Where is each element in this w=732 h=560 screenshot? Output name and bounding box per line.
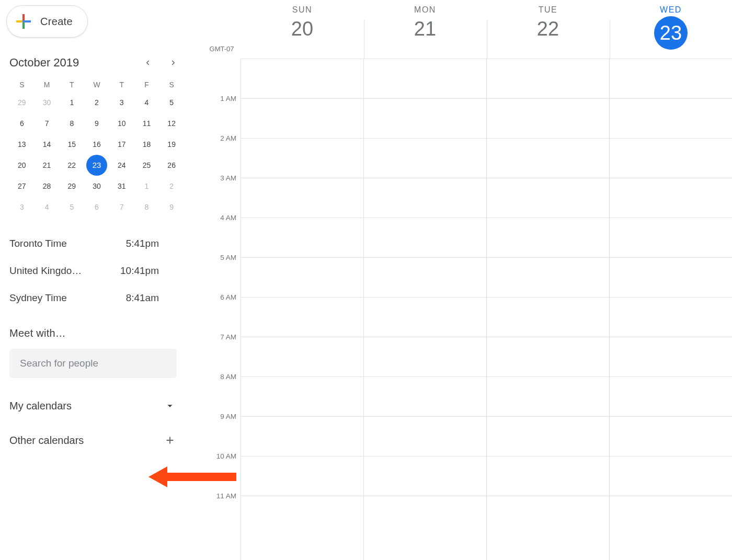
sidebar: Create October 2019 SMTWTFS2930123456789… xyxy=(0,0,193,447)
hour-row[interactable] xyxy=(241,59,732,98)
mini-day[interactable]: 5 xyxy=(164,95,179,110)
hour-row[interactable]: 1 AM xyxy=(241,98,732,138)
create-button[interactable]: Create xyxy=(6,5,88,38)
mini-day[interactable]: 3 xyxy=(115,95,129,110)
my-calendars-toggle[interactable] xyxy=(163,399,177,413)
day-header-number: 21 xyxy=(364,18,486,40)
search-people-input[interactable] xyxy=(9,349,177,378)
my-calendars-section[interactable]: My calendars xyxy=(9,399,177,413)
mini-day[interactable]: 19 xyxy=(164,137,179,152)
clock-time: 5:41pm xyxy=(109,238,159,249)
hour-label: 9 AM xyxy=(203,413,236,420)
hour-row[interactable]: 5 AM xyxy=(241,257,732,297)
clock-time: 8:41am xyxy=(109,292,159,304)
mini-calendar: October 2019 SMTWTFS29301234567891011121… xyxy=(9,54,184,214)
day-headers: SUN20MON21TUE22WED23 xyxy=(241,0,732,59)
mini-day[interactable]: 27 xyxy=(15,179,29,193)
hour-row[interactable]: 10 AM xyxy=(241,456,732,496)
mini-day[interactable]: 30 xyxy=(40,95,54,110)
day-header[interactable]: TUE22 xyxy=(486,0,609,59)
mini-day[interactable]: 4 xyxy=(40,200,54,214)
mini-day[interactable]: 15 xyxy=(64,137,79,152)
hour-label: 11 AM xyxy=(203,492,236,500)
mini-day[interactable]: 31 xyxy=(115,179,129,193)
mini-dow: M xyxy=(35,81,60,89)
mini-day[interactable]: 6 xyxy=(15,116,29,131)
mini-day[interactable]: 2 xyxy=(164,179,179,193)
clock-location: Toronto Time xyxy=(9,238,109,249)
chevron-down-icon xyxy=(164,400,176,412)
mini-day[interactable]: 4 xyxy=(139,95,154,110)
hour-row[interactable]: 2 AM xyxy=(241,138,732,178)
hour-row[interactable]: 7 AM xyxy=(241,337,732,376)
other-calendars-section[interactable]: Other calendars xyxy=(9,433,177,447)
mini-day[interactable]: 7 xyxy=(115,200,129,214)
clock-time: 10:41pm xyxy=(109,265,159,277)
mini-day[interactable]: 7 xyxy=(40,116,54,131)
mini-day[interactable]: 11 xyxy=(139,116,154,131)
mini-day[interactable]: 5 xyxy=(64,200,79,214)
mini-calendar-month: October 2019 xyxy=(9,56,79,70)
mini-day[interactable]: 9 xyxy=(164,200,179,214)
mini-day[interactable]: 17 xyxy=(115,137,129,152)
mini-day[interactable]: 18 xyxy=(139,137,154,152)
mini-day[interactable]: 29 xyxy=(15,95,29,110)
day-header-dow: MON xyxy=(364,5,486,15)
hour-label: 10 AM xyxy=(203,452,236,460)
mini-day[interactable]: 29 xyxy=(64,179,79,193)
mini-day[interactable]: 6 xyxy=(89,200,104,214)
chevron-left-icon xyxy=(143,58,152,67)
mini-day[interactable]: 1 xyxy=(64,95,79,110)
day-header[interactable]: WED23 xyxy=(609,0,732,59)
mini-day[interactable]: 26 xyxy=(164,158,179,173)
mini-day[interactable]: 9 xyxy=(89,116,104,131)
sun-icon xyxy=(165,237,178,250)
mini-day[interactable]: 3 xyxy=(15,200,29,214)
mini-day[interactable]: 13 xyxy=(15,137,29,152)
next-month-button[interactable] xyxy=(165,54,182,71)
mini-day[interactable]: 23 xyxy=(86,155,107,176)
mini-dow: S xyxy=(9,81,35,89)
hour-label: 7 AM xyxy=(203,333,236,341)
hour-row[interactable]: 11 AM xyxy=(241,496,732,535)
mini-day[interactable]: 20 xyxy=(15,158,29,173)
day-header-number: 23 xyxy=(654,16,688,50)
mini-dow: T xyxy=(109,81,134,89)
svg-rect-2 xyxy=(16,20,22,22)
hour-row[interactable]: 3 AM xyxy=(241,178,732,218)
hour-label: 8 AM xyxy=(203,373,236,381)
mini-dow: T xyxy=(59,81,84,89)
svg-rect-1 xyxy=(22,22,25,29)
day-header[interactable]: MON21 xyxy=(363,0,486,59)
mini-day[interactable]: 14 xyxy=(40,137,54,152)
plus-icon xyxy=(14,12,33,31)
mini-day[interactable]: 10 xyxy=(115,116,129,131)
mini-day[interactable]: 12 xyxy=(164,116,179,131)
mini-dow: W xyxy=(84,81,109,89)
hour-grid[interactable]: 1 AM2 AM3 AM4 AM5 AM6 AM7 AM8 AM9 AM10 A… xyxy=(203,59,732,560)
hour-row[interactable]: 4 AM xyxy=(241,218,732,257)
prev-month-button[interactable] xyxy=(139,54,156,71)
mini-day[interactable]: 2 xyxy=(89,95,104,110)
svg-rect-3 xyxy=(25,20,31,22)
hour-row[interactable]: 9 AM xyxy=(241,416,732,456)
mini-day[interactable]: 21 xyxy=(40,158,54,173)
mini-day[interactable]: 25 xyxy=(139,158,154,173)
hour-row[interactable]: 8 AM xyxy=(241,376,732,416)
mini-day[interactable]: 16 xyxy=(89,137,104,152)
mini-day[interactable]: 22 xyxy=(64,158,79,173)
svg-rect-0 xyxy=(22,14,25,20)
world-clocks: Toronto Time5:41pmUnited Kingdo…10:41pmS… xyxy=(9,230,184,312)
other-calendars-label: Other calendars xyxy=(9,435,84,447)
mini-day[interactable]: 8 xyxy=(139,200,154,214)
mini-day[interactable]: 30 xyxy=(89,179,104,193)
add-other-calendar-button[interactable] xyxy=(163,433,177,447)
hour-row[interactable]: 6 AM xyxy=(241,297,732,337)
mini-day[interactable]: 24 xyxy=(115,158,129,173)
timezone-label: GMT-07 xyxy=(203,45,241,53)
day-header[interactable]: SUN20 xyxy=(241,0,363,59)
mini-day[interactable]: 28 xyxy=(40,179,54,193)
mini-day[interactable]: 1 xyxy=(139,179,154,193)
mini-day[interactable]: 8 xyxy=(64,116,79,131)
meet-with-section: Meet with… xyxy=(9,327,184,378)
